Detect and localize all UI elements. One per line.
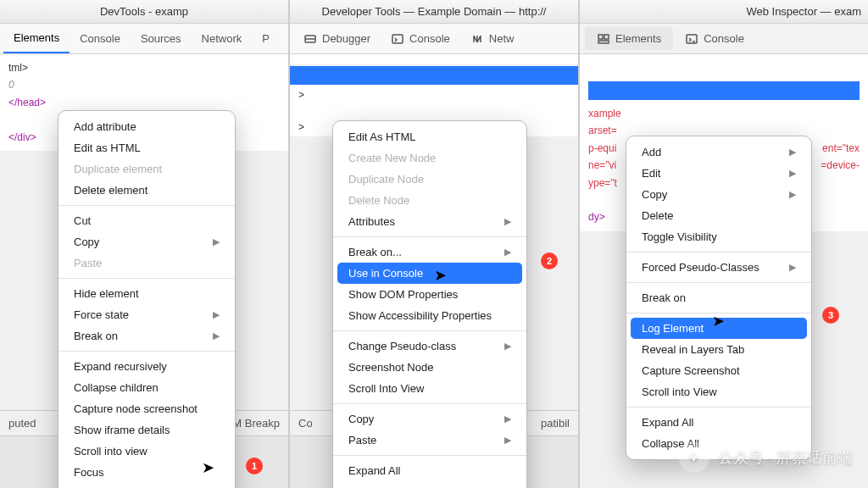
debugger-icon [303,32,317,46]
tab-bar: Elements Console [580,24,868,54]
tab-console[interactable]: Console [70,24,131,53]
window-title: DevTools - examp [0,0,288,24]
menu-reveal-layers[interactable]: Reveal in Layers Tab [626,339,811,360]
console-icon [391,32,404,46]
tab-network[interactable]: Network [192,24,253,53]
network-icon [470,32,484,46]
menu-collapse[interactable]: Collapse children [58,377,235,398]
svg-rect-3 [604,35,609,39]
menu-edit[interactable]: Edit▶ [626,163,811,184]
menu-delete[interactable]: Delete [626,205,811,226]
chevron-right-icon: ▶ [504,413,511,424]
tab-debugger[interactable]: Debugger [293,24,381,53]
menu-break-on[interactable]: Break on...▶ [333,241,526,263]
menu-paste: Paste [58,252,235,274]
context-menu: Edit As HTML Create New Node Duplicate N… [332,120,527,488]
annotation-badge-1: 1 [246,458,263,474]
tab-bar: Debugger Console Netw [290,24,578,54]
menu-collapse-all[interactable]: Collapse All [333,481,526,488]
menu-cut[interactable]: Cut [58,210,235,231]
menu-use-in-console[interactable]: Use in Console [337,263,522,284]
selected-node-highlight [588,81,860,100]
menu-toggle-visibility[interactable]: Toggle Visibility [626,226,811,247]
menu-expand[interactable]: Expand recursively [58,356,235,377]
watermark: ✦ 公众号 · 胖蔡话前端 [679,442,853,473]
console-icon [685,32,698,46]
tab-elements[interactable]: Elements [585,27,673,50]
menu-add-attribute[interactable]: Add attribute [58,116,235,137]
svg-rect-1 [392,35,403,43]
window-title: Web Inspector — exam [580,0,868,24]
firefox-devtools-panel: Developer Tools — Example Domain — http:… [290,0,580,488]
svg-rect-2 [598,35,603,39]
cursor-icon: ➤ [434,266,447,285]
menu-paste[interactable]: Paste▶ [333,430,526,451]
menu-edit-html[interactable]: Edit As HTML [333,126,526,147]
menu-expand-all[interactable]: Expand All [626,412,811,433]
chevron-right-icon: ▶ [504,216,511,227]
tab-more[interactable]: P [252,24,280,53]
annotation-badge-2: 2 [541,252,558,269]
elements-icon [597,32,610,46]
menu-scroll[interactable]: Scroll Into View [333,378,526,399]
wechat-icon: ✦ [679,442,709,473]
chevron-right-icon: ▶ [213,309,220,320]
menu-duplicate-node: Duplicate Node [333,169,526,190]
context-menu: Add attribute Edit as HTML Duplicate ele… [58,110,236,488]
menu-force-state[interactable]: Force state▶ [58,304,235,325]
tab-bar: Elements Console Sources Network P [0,24,288,54]
chevron-right-icon: ▶ [789,168,796,179]
cursor-icon: ➤ [712,312,725,330]
menu-screenshot[interactable]: Screenshot Node [333,357,526,378]
tab-console[interactable]: Console [675,24,754,53]
chevron-right-icon: ▶ [504,247,511,258]
menu-break-on[interactable]: Break on [626,287,811,308]
cursor-icon: ➤ [202,458,214,477]
menu-show-dom[interactable]: Show DOM Properties [333,284,526,305]
tab-console[interactable]: Console [381,24,460,53]
menu-capture[interactable]: Capture node screenshot [58,398,235,419]
menu-attributes[interactable]: Attributes▶ [333,211,526,232]
menu-duplicate: Duplicate element [58,158,235,180]
chevron-right-icon: ▶ [789,189,796,200]
menu-break-on[interactable]: Break on▶ [58,325,235,347]
chevron-right-icon: ▶ [789,262,796,273]
window-title: Developer Tools — Example Domain — http:… [290,0,578,24]
menu-pseudo[interactable]: Change Pseudo-class▶ [333,336,526,357]
menu-delete-node: Delete Node [333,190,526,211]
menu-copy[interactable]: Copy▶ [58,231,235,252]
annotation-badge-3: 3 [822,307,839,324]
menu-expand-all[interactable]: Expand All [333,460,526,481]
menu-badge[interactable]: Badge settings... [58,483,235,488]
menu-delete[interactable]: Delete element [58,180,235,201]
menu-iframe[interactable]: Show iframe details [58,419,235,441]
menu-copy[interactable]: Copy▶ [333,408,526,430]
chrome-devtools-panel: DevTools - examp Elements Console Source… [0,0,290,488]
chevron-right-icon: ▶ [504,435,511,446]
selected-node-highlight [290,66,578,85]
menu-hide[interactable]: Hide element [58,283,235,304]
menu-show-a11y[interactable]: Show Accessibility Properties [333,305,526,326]
tab-elements[interactable]: Elements [3,24,70,53]
svg-rect-5 [687,35,697,43]
menu-create-node: Create New Node [333,147,526,169]
menu-add[interactable]: Add▶ [626,141,811,163]
chevron-right-icon: ▶ [213,330,220,341]
chevron-right-icon: ▶ [504,341,511,352]
tab-network[interactable]: Netw [460,24,525,53]
menu-edit-html[interactable]: Edit as HTML [58,137,235,158]
tab-sources[interactable]: Sources [131,24,192,53]
context-menu: Add▶ Edit▶ Copy▶ Delete Toggle Visibilit… [626,136,812,460]
menu-capture-screenshot[interactable]: Capture Screenshot [626,360,811,381]
menu-forced-pseudo[interactable]: Forced Pseudo-Classes▶ [626,257,811,278]
svg-rect-4 [598,41,609,43]
menu-scroll[interactable]: Scroll into View [626,381,811,402]
chevron-right-icon: ▶ [213,236,220,247]
safari-inspector-panel: Web Inspector — exam Elements Console xa… [580,0,868,488]
menu-copy[interactable]: Copy▶ [626,184,811,205]
chevron-right-icon: ▶ [789,147,796,158]
